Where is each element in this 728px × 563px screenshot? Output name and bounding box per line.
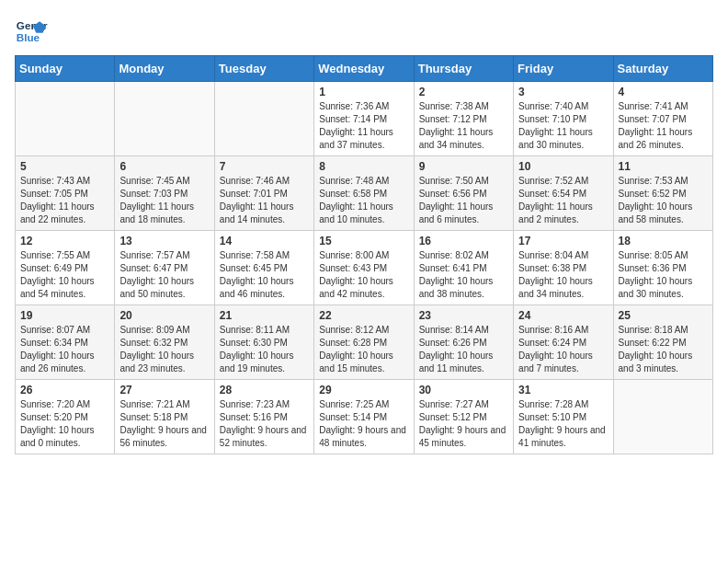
- calendar-cell: 10Sunrise: 7:52 AM Sunset: 6:54 PM Dayli…: [514, 156, 613, 231]
- calendar-cell: 22Sunrise: 8:12 AM Sunset: 6:28 PM Dayli…: [314, 305, 414, 380]
- calendar-cell: 13Sunrise: 7:57 AM Sunset: 6:47 PM Dayli…: [115, 231, 214, 305]
- day-number: 12: [20, 235, 109, 247]
- week-row-2: 5Sunrise: 7:43 AM Sunset: 7:05 PM Daylig…: [16, 156, 713, 231]
- day-info: Sunrise: 7:45 AM Sunset: 7:03 PM Dayligh…: [119, 175, 209, 226]
- day-number: 29: [319, 384, 408, 396]
- day-info: Sunrise: 7:58 AM Sunset: 6:45 PM Dayligh…: [220, 249, 309, 301]
- day-info: Sunrise: 7:28 AM Sunset: 5:10 PM Dayligh…: [518, 398, 608, 450]
- day-info: Sunrise: 7:27 AM Sunset: 5:12 PM Dayligh…: [419, 398, 508, 450]
- day-info: Sunrise: 8:11 AM Sunset: 6:30 PM Dayligh…: [220, 324, 309, 375]
- day-info: Sunrise: 8:09 AM Sunset: 6:32 PM Dayligh…: [119, 324, 209, 375]
- day-info: Sunrise: 7:48 AM Sunset: 6:58 PM Dayligh…: [319, 175, 408, 226]
- calendar-cell: 15Sunrise: 8:00 AM Sunset: 6:43 PM Dayli…: [314, 231, 414, 305]
- week-row-4: 19Sunrise: 8:07 AM Sunset: 6:34 PM Dayli…: [16, 305, 713, 380]
- calendar-cell: 17Sunrise: 8:04 AM Sunset: 6:38 PM Dayli…: [514, 231, 613, 305]
- week-row-3: 12Sunrise: 7:55 AM Sunset: 6:49 PM Dayli…: [16, 231, 713, 305]
- day-info: Sunrise: 7:38 AM Sunset: 7:12 PM Dayligh…: [419, 100, 508, 152]
- calendar-cell: 19Sunrise: 8:07 AM Sunset: 6:34 PM Dayli…: [16, 305, 115, 380]
- day-info: Sunrise: 8:16 AM Sunset: 6:24 PM Dayligh…: [518, 324, 608, 375]
- calendar-cell: 5Sunrise: 7:43 AM Sunset: 7:05 PM Daylig…: [16, 156, 115, 231]
- day-number: 28: [220, 384, 309, 396]
- day-number: 26: [20, 384, 109, 396]
- calendar-cell: 28Sunrise: 7:23 AM Sunset: 5:16 PM Dayli…: [214, 380, 313, 454]
- calendar-cell: 11Sunrise: 7:53 AM Sunset: 6:52 PM Dayli…: [613, 156, 712, 231]
- calendar-cell: 23Sunrise: 8:14 AM Sunset: 6:26 PM Dayli…: [414, 305, 513, 380]
- day-info: Sunrise: 8:00 AM Sunset: 6:43 PM Dayligh…: [319, 249, 408, 301]
- calendar-cell: 12Sunrise: 7:55 AM Sunset: 6:49 PM Dayli…: [16, 231, 115, 305]
- day-info: Sunrise: 7:36 AM Sunset: 7:14 PM Dayligh…: [319, 100, 408, 152]
- day-info: Sunrise: 7:57 AM Sunset: 6:47 PM Dayligh…: [119, 249, 209, 301]
- day-info: Sunrise: 7:20 AM Sunset: 5:20 PM Dayligh…: [20, 398, 109, 450]
- weekday-header-tuesday: Tuesday: [214, 56, 313, 82]
- day-info: Sunrise: 8:04 AM Sunset: 6:38 PM Dayligh…: [518, 249, 608, 301]
- calendar-cell: 18Sunrise: 8:05 AM Sunset: 6:36 PM Dayli…: [613, 231, 712, 305]
- day-number: 15: [319, 235, 408, 247]
- week-row-1: 1Sunrise: 7:36 AM Sunset: 7:14 PM Daylig…: [16, 82, 713, 156]
- calendar-cell: 27Sunrise: 7:21 AM Sunset: 5:18 PM Dayli…: [115, 380, 214, 454]
- weekday-header-friday: Friday: [514, 56, 613, 82]
- calendar-cell: 9Sunrise: 7:50 AM Sunset: 6:56 PM Daylig…: [414, 156, 513, 231]
- day-info: Sunrise: 8:02 AM Sunset: 6:41 PM Dayligh…: [419, 249, 508, 301]
- day-info: Sunrise: 8:18 AM Sunset: 6:22 PM Dayligh…: [619, 324, 708, 375]
- calendar-cell: 20Sunrise: 8:09 AM Sunset: 6:32 PM Dayli…: [115, 305, 214, 380]
- day-number: 17: [518, 235, 608, 247]
- logo: General Blue: [15, 15, 48, 48]
- calendar-cell: 2Sunrise: 7:38 AM Sunset: 7:12 PM Daylig…: [414, 82, 513, 156]
- calendar-cell: 29Sunrise: 7:25 AM Sunset: 5:14 PM Dayli…: [314, 380, 414, 454]
- day-number: 7: [220, 160, 309, 173]
- calendar-cell: 25Sunrise: 8:18 AM Sunset: 6:22 PM Dayli…: [613, 305, 712, 380]
- page-header: General Blue: [15, 15, 713, 48]
- calendar-cell: 6Sunrise: 7:45 AM Sunset: 7:03 PM Daylig…: [115, 156, 214, 231]
- calendar-cell: 16Sunrise: 8:02 AM Sunset: 6:41 PM Dayli…: [414, 231, 513, 305]
- day-info: Sunrise: 7:25 AM Sunset: 5:14 PM Dayligh…: [319, 398, 408, 450]
- day-number: 11: [619, 160, 708, 173]
- day-number: 25: [619, 309, 708, 322]
- weekday-header-monday: Monday: [115, 56, 214, 82]
- logo-icon: General Blue: [15, 15, 48, 48]
- day-number: 27: [119, 384, 209, 396]
- day-info: Sunrise: 8:12 AM Sunset: 6:28 PM Dayligh…: [319, 324, 408, 375]
- day-number: 24: [518, 309, 608, 322]
- day-info: Sunrise: 8:07 AM Sunset: 6:34 PM Dayligh…: [20, 324, 109, 375]
- day-info: Sunrise: 7:55 AM Sunset: 6:49 PM Dayligh…: [20, 249, 109, 301]
- week-row-5: 26Sunrise: 7:20 AM Sunset: 5:20 PM Dayli…: [16, 380, 713, 454]
- calendar-body: 1Sunrise: 7:36 AM Sunset: 7:14 PM Daylig…: [16, 82, 713, 454]
- day-info: Sunrise: 7:52 AM Sunset: 6:54 PM Dayligh…: [518, 175, 608, 226]
- day-number: 31: [518, 384, 608, 396]
- day-number: 6: [119, 160, 209, 173]
- day-info: Sunrise: 7:46 AM Sunset: 7:01 PM Dayligh…: [220, 175, 309, 226]
- day-number: 22: [319, 309, 408, 322]
- day-number: 3: [518, 86, 608, 98]
- weekday-header-thursday: Thursday: [414, 56, 513, 82]
- day-info: Sunrise: 7:23 AM Sunset: 5:16 PM Dayligh…: [220, 398, 309, 450]
- day-info: Sunrise: 7:53 AM Sunset: 6:52 PM Dayligh…: [619, 175, 708, 226]
- calendar-cell: 14Sunrise: 7:58 AM Sunset: 6:45 PM Dayli…: [214, 231, 313, 305]
- day-info: Sunrise: 8:05 AM Sunset: 6:36 PM Dayligh…: [619, 249, 708, 301]
- calendar-cell: 21Sunrise: 8:11 AM Sunset: 6:30 PM Dayli…: [214, 305, 313, 380]
- day-number: 14: [220, 235, 309, 247]
- day-number: 1: [319, 86, 408, 98]
- calendar-cell: [115, 82, 214, 156]
- calendar-cell: 7Sunrise: 7:46 AM Sunset: 7:01 PM Daylig…: [214, 156, 313, 231]
- day-info: Sunrise: 7:40 AM Sunset: 7:10 PM Dayligh…: [518, 100, 608, 152]
- day-number: 9: [419, 160, 508, 173]
- calendar-cell: [613, 380, 712, 454]
- day-number: 4: [619, 86, 708, 98]
- day-number: 20: [119, 309, 209, 322]
- calendar-cell: 4Sunrise: 7:41 AM Sunset: 7:07 PM Daylig…: [613, 82, 712, 156]
- calendar-cell: 1Sunrise: 7:36 AM Sunset: 7:14 PM Daylig…: [314, 82, 414, 156]
- day-info: Sunrise: 8:14 AM Sunset: 6:26 PM Dayligh…: [419, 324, 508, 375]
- calendar-cell: [214, 82, 313, 156]
- weekday-header-sunday: Sunday: [16, 56, 115, 82]
- day-info: Sunrise: 7:50 AM Sunset: 6:56 PM Dayligh…: [419, 175, 508, 226]
- day-number: 16: [419, 235, 508, 247]
- weekday-header-saturday: Saturday: [613, 56, 712, 82]
- day-number: 5: [20, 160, 109, 173]
- day-number: 21: [220, 309, 309, 322]
- day-number: 2: [419, 86, 508, 98]
- calendar-cell: 24Sunrise: 8:16 AM Sunset: 6:24 PM Dayli…: [514, 305, 613, 380]
- calendar: SundayMondayTuesdayWednesdayThursdayFrid…: [15, 55, 713, 454]
- day-info: Sunrise: 7:43 AM Sunset: 7:05 PM Dayligh…: [20, 175, 109, 226]
- calendar-cell: 26Sunrise: 7:20 AM Sunset: 5:20 PM Dayli…: [16, 380, 115, 454]
- day-number: 23: [419, 309, 508, 322]
